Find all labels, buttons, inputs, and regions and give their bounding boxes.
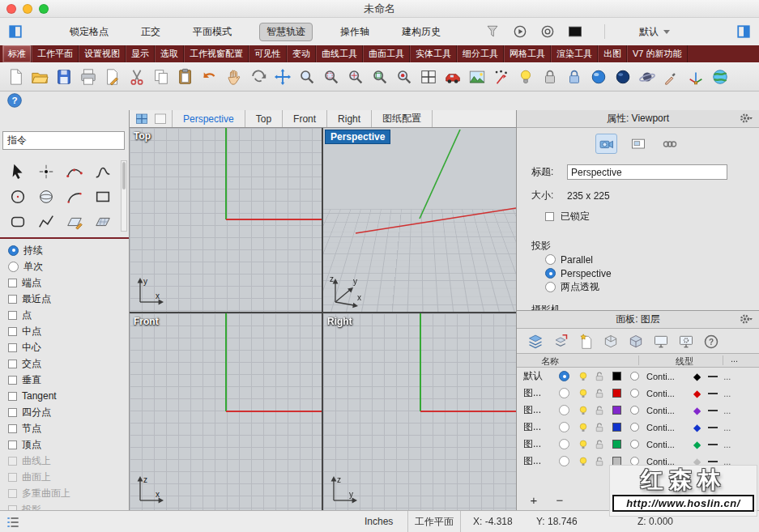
layer-color-swatch[interactable] (612, 389, 621, 398)
layer-lock-icon[interactable] (591, 371, 608, 382)
layer-more[interactable]: ... (723, 389, 731, 398)
locked-checkbox[interactable] (545, 212, 554, 221)
layer-print-width[interactable] (708, 461, 718, 462)
axis-icon[interactable] (685, 66, 706, 88)
viewport-tab-layout[interactable]: 图纸配置 (371, 110, 433, 127)
layer-color-swatch[interactable] (612, 423, 621, 432)
paste-icon[interactable] (175, 66, 196, 88)
layer-visibility-bulb-icon[interactable] (575, 422, 591, 433)
osnap-perp[interactable]: 垂直 (8, 372, 127, 388)
layer-cube2-icon[interactable] (627, 333, 645, 351)
copy-icon[interactable] (151, 66, 172, 88)
quickbar-toggle-planar[interactable]: 平面模式 (188, 23, 237, 41)
layer-print-width[interactable] (708, 376, 718, 377)
palette-scrollbar[interactable] (121, 160, 127, 232)
layer-material-icon[interactable] (630, 372, 639, 381)
rotate-view-icon[interactable] (248, 66, 269, 88)
saturn-icon[interactable] (637, 66, 658, 88)
ribbon-tab-mesh-tools[interactable]: 网格工具 (504, 45, 551, 62)
export-icon[interactable] (102, 66, 123, 88)
viewport-front[interactable]: z x Front (130, 313, 322, 510)
projection-option-parallel[interactable]: Parallel (545, 253, 759, 266)
curve-points-icon[interactable] (60, 159, 88, 184)
pan-hand-icon[interactable] (224, 66, 245, 88)
layer-stack-icon[interactable] (527, 333, 544, 351)
layer-lock-icon[interactable] (591, 388, 608, 399)
osnap-mode-single[interactable]: 单次 (8, 258, 127, 275)
osnap-end[interactable]: 端点 (8, 275, 127, 291)
layer-material-icon[interactable] (630, 406, 639, 415)
viewport-tab-top[interactable]: Top (245, 110, 282, 127)
grid-viewport-icon[interactable] (418, 66, 439, 88)
layer-material-icon[interactable] (630, 440, 639, 449)
layer-visibility-bulb-icon[interactable] (575, 439, 591, 450)
command-input[interactable] (2, 131, 125, 150)
layer-print-width[interactable] (708, 393, 718, 394)
layer-color-swatch[interactable] (612, 440, 621, 449)
render-sphere-icon[interactable] (588, 66, 609, 88)
link-icon[interactable] (659, 134, 680, 154)
current-layer-radio[interactable] (559, 405, 569, 415)
lock-blue-icon[interactable] (564, 66, 585, 88)
projection-option-perspective[interactable]: Perspective (545, 266, 759, 280)
help-icon[interactable]: ? (6, 92, 23, 109)
ribbon-tab-render-tools[interactable]: 渲染工具 (551, 45, 598, 62)
layer-row-layer-1[interactable]: 图...Conti...◆... (517, 385, 759, 402)
gear-icon[interactable] (739, 111, 755, 127)
layer-print-color-icon[interactable]: ◆ (693, 372, 701, 381)
select-arrow-icon[interactable] (3, 159, 32, 184)
quickbar-toggle-ortho[interactable]: 正交 (136, 23, 165, 41)
quickbar-toggle-history[interactable]: 建构历史 (397, 23, 446, 41)
current-layer-radio[interactable] (559, 422, 569, 432)
osnap-knot[interactable]: 节点 (8, 420, 127, 436)
save-icon[interactable] (53, 66, 75, 88)
filter-icon[interactable] (484, 23, 501, 40)
undo-icon[interactable] (199, 66, 220, 88)
layer-move-icon[interactable] (552, 333, 569, 351)
current-layer-radio[interactable] (559, 388, 569, 398)
ribbon-tab-cplane[interactable]: 工作平面 (32, 45, 79, 62)
layer-row-layer-4[interactable]: 图...Conti...◆... (517, 436, 759, 453)
layer-lock-icon[interactable] (591, 456, 608, 467)
ribbon-tab-new-in-v7[interactable]: V7 的新功能 (627, 45, 688, 62)
layer-lock-icon[interactable] (591, 422, 608, 433)
left-panel-toggle-icon[interactable] (8, 24, 23, 39)
layer-print-width[interactable] (708, 427, 718, 428)
open-folder-icon[interactable] (29, 66, 50, 88)
zoom-selected-icon[interactable] (394, 66, 415, 88)
osnap-point[interactable]: 点 (8, 307, 127, 323)
viewport-perspective[interactable]: z y x Perspective (323, 128, 516, 312)
layer-visibility-bulb-icon[interactable] (575, 371, 591, 382)
osnap-vertex[interactable]: 顶点 (8, 436, 127, 453)
osnap-quad[interactable]: 四分点 (8, 404, 127, 420)
close-button[interactable] (6, 4, 16, 14)
layer-lock-icon[interactable] (591, 439, 608, 450)
arc-icon[interactable] (60, 184, 88, 209)
osnap-near[interactable]: 最近点 (8, 291, 127, 307)
osnap-int[interactable]: 交点 (8, 355, 127, 372)
polyline-icon[interactable] (32, 209, 60, 234)
sphere-dark-icon[interactable] (612, 66, 633, 88)
help-circle-icon[interactable]: ? (702, 333, 720, 351)
viewport-tab-perspective[interactable]: Perspective (172, 110, 245, 127)
layer-color-swatch[interactable] (612, 372, 621, 381)
ribbon-tab-surface-tools[interactable]: 曲面工具 (363, 45, 410, 62)
current-layer-radio[interactable] (559, 371, 569, 381)
single-layout-icon[interactable] (153, 112, 167, 126)
osnap-tangent[interactable]: Tangent (8, 388, 127, 404)
layer-print-color-icon[interactable]: ◆ (693, 406, 701, 415)
sphere-icon[interactable] (32, 184, 60, 209)
cut-icon[interactable] (126, 66, 147, 88)
layer-linetype[interactable]: Conti... (646, 389, 692, 398)
ribbon-tab-drafting[interactable]: 出图 (598, 45, 627, 62)
layer-linetype[interactable]: Conti... (646, 423, 692, 432)
viewport-tab-front[interactable]: Front (282, 110, 326, 127)
camera-icon[interactable] (595, 134, 617, 154)
display-icon[interactable] (627, 134, 649, 154)
ribbon-tab-curve-tools[interactable]: 曲线工具 (316, 45, 363, 62)
quickbar-toggle-gumball[interactable]: 操作轴 (335, 23, 374, 41)
zoom-extents-icon[interactable] (369, 66, 390, 88)
color-well-icon[interactable] (567, 23, 583, 40)
viewport-title-input[interactable] (567, 164, 727, 180)
osnap-cen[interactable]: 中心 (8, 339, 127, 355)
